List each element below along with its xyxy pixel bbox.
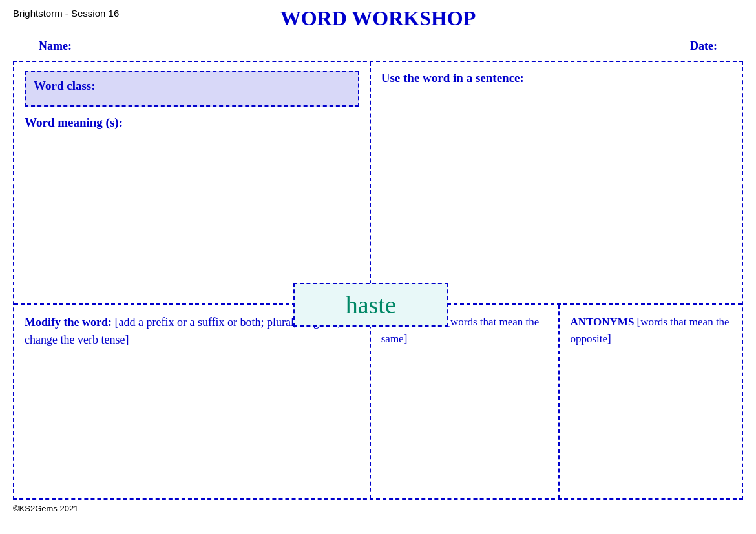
date-label: Date: [690, 39, 717, 53]
synonyms-panel: SYNONYMS [words that mean the same] [371, 305, 560, 498]
bottom-section: Modify the word: [add a prefix or a suff… [14, 305, 742, 498]
footer: ©KS2Gems 2021 [13, 504, 743, 513]
antonyms-label: ANTONYMS [words that mean the opposite] [570, 314, 731, 347]
session-label: Brightstorm - Session 16 [13, 8, 119, 19]
center-word-box: haste [293, 283, 448, 327]
left-panel: Word class: Word meaning (s): [14, 62, 371, 303]
top-section: Word class: Word meaning (s): Use the wo… [14, 62, 742, 305]
modify-bold: Modify the word: [25, 316, 112, 329]
use-sentence-label: Use the word in a sentence: [381, 71, 731, 85]
word-class-label: Word class: [34, 79, 96, 92]
antonyms-bold: ANTONYMS [570, 316, 634, 328]
word-class-box: Word class: [25, 71, 359, 107]
right-panel: Use the word in a sentence: [371, 62, 742, 303]
modify-panel: Modify the word: [add a prefix or a suff… [14, 305, 371, 498]
main-worksheet: Word class: Word meaning (s): Use the wo… [13, 61, 743, 500]
page-title: WORD WORKSHOP [280, 6, 476, 30]
copyright: ©KS2Gems 2021 [13, 504, 78, 513]
center-word: haste [346, 291, 396, 318]
name-label: Name: [39, 39, 72, 53]
antonyms-panel: ANTONYMS [words that mean the opposite] [560, 305, 742, 498]
word-meaning-label: Word meaning (s): [25, 116, 359, 130]
